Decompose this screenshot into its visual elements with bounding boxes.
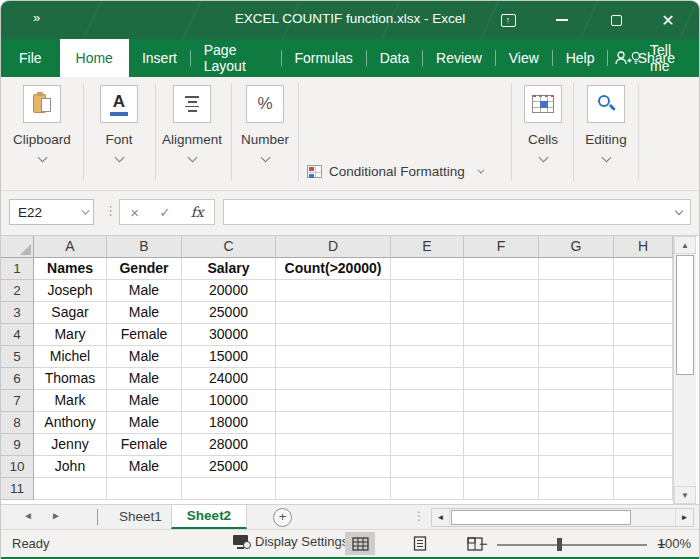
cell-H7[interactable] (614, 390, 673, 412)
cell-E8[interactable] (391, 412, 464, 434)
row-header-5[interactable]: 5 (1, 346, 34, 368)
cell-E9[interactable] (391, 434, 464, 456)
column-header-F[interactable]: F (464, 236, 539, 258)
clipboard-group-button[interactable]: Clipboard (13, 85, 71, 161)
cell-H2[interactable] (614, 280, 673, 302)
cell-D10[interactable] (276, 456, 391, 478)
editing-group-button[interactable]: Editing (580, 85, 632, 161)
scroll-up-icon[interactable]: ▲ (674, 236, 696, 254)
cell-F2[interactable] (464, 280, 539, 302)
tab-data[interactable]: Data (367, 39, 423, 77)
cell-H9[interactable] (614, 434, 673, 456)
cell-G6[interactable] (539, 368, 614, 390)
sheet-tab-sheet2[interactable]: Sheet2 (171, 505, 247, 529)
cell-E3[interactable] (391, 302, 464, 324)
cell-D4[interactable] (276, 324, 391, 346)
column-header-D[interactable]: D (276, 236, 391, 258)
cell-E11[interactable] (391, 478, 464, 500)
cell-E7[interactable] (391, 390, 464, 412)
cell-H11[interactable] (614, 478, 673, 500)
cell-F1[interactable] (464, 258, 539, 280)
close-button[interactable]: ✕ (653, 9, 683, 31)
row-header-8[interactable]: 8 (1, 412, 34, 434)
cell-A7[interactable]: Mark (34, 390, 107, 412)
tab-page-layout[interactable]: Page Layout (191, 39, 281, 77)
ribbon-display-options-button[interactable]: ↑ (493, 9, 523, 31)
zoom-slider-track[interactable] (497, 544, 647, 546)
sheet-nav-left-icon[interactable]: ◄ (23, 510, 33, 521)
row-header-7[interactable]: 7 (1, 390, 34, 412)
cell-B3[interactable]: Male (107, 302, 182, 324)
row-header-11[interactable]: 11 (1, 478, 34, 500)
sheet-tab-sheet1[interactable]: Sheet1 (105, 505, 176, 529)
name-box-dropdown-icon[interactable] (81, 206, 89, 214)
maximize-button[interactable] (601, 9, 631, 31)
cell-G10[interactable] (539, 456, 614, 478)
cell-G5[interactable] (539, 346, 614, 368)
cell-D3[interactable] (276, 302, 391, 324)
row-header-9[interactable]: 9 (1, 434, 34, 456)
cell-B6[interactable]: Male (107, 368, 182, 390)
cell-D9[interactable] (276, 434, 391, 456)
cell-F4[interactable] (464, 324, 539, 346)
cell-H6[interactable] (614, 368, 673, 390)
select-all-button[interactable] (1, 236, 34, 258)
tab-home[interactable]: Home (60, 39, 129, 77)
row-header-6[interactable]: 6 (1, 368, 34, 390)
column-header-B[interactable]: B (107, 236, 182, 258)
cell-A5[interactable]: Michel (34, 346, 107, 368)
page-layout-view-button[interactable] (405, 532, 435, 555)
cell-B1[interactable]: Gender (107, 258, 182, 280)
scroll-left-icon[interactable]: ◄ (432, 509, 450, 526)
display-settings-button[interactable]: Display Settings (233, 534, 348, 549)
cell-H3[interactable] (614, 302, 673, 324)
cell-B4[interactable]: Female (107, 324, 182, 346)
tab-insert[interactable]: Insert (129, 39, 190, 77)
cell-H1[interactable] (614, 258, 673, 280)
column-header-C[interactable]: C (182, 236, 276, 258)
formula-input[interactable] (223, 199, 691, 225)
cell-A6[interactable]: Thomas (34, 368, 107, 390)
cell-D11[interactable] (276, 478, 391, 500)
column-header-H[interactable]: H (614, 236, 673, 258)
cell-A10[interactable]: John (34, 456, 107, 478)
cell-A9[interactable]: Jenny (34, 434, 107, 456)
cell-C7[interactable]: 10000 (182, 390, 276, 412)
vertical-scroll-thumb[interactable] (676, 255, 694, 375)
scroll-right-icon[interactable]: ► (675, 509, 693, 526)
cell-E5[interactable] (391, 346, 464, 368)
cell-B7[interactable]: Male (107, 390, 182, 412)
cell-F10[interactable] (464, 456, 539, 478)
cell-B5[interactable]: Male (107, 346, 182, 368)
cancel-formula-icon[interactable]: × (130, 204, 139, 221)
cell-A8[interactable]: Anthony (34, 412, 107, 434)
row-header-4[interactable]: 4 (1, 324, 34, 346)
name-box[interactable]: E22 (9, 199, 94, 225)
cell-C2[interactable]: 20000 (182, 280, 276, 302)
cell-C9[interactable]: 28000 (182, 434, 276, 456)
cell-D7[interactable] (276, 390, 391, 412)
number-group-button[interactable]: % Number (232, 85, 298, 161)
insert-function-icon[interactable]: fx (191, 204, 204, 220)
horizontal-scrollbar[interactable]: ◄ ► (431, 508, 694, 527)
cells-group-button[interactable]: Cells (518, 85, 568, 161)
cell-A3[interactable]: Sagar (34, 302, 107, 324)
cell-G1[interactable] (539, 258, 614, 280)
tab-file[interactable]: File (1, 39, 60, 77)
cell-G11[interactable] (539, 478, 614, 500)
zoom-out-button[interactable]: − (479, 535, 488, 552)
cell-B8[interactable]: Male (107, 412, 182, 434)
cell-G3[interactable] (539, 302, 614, 324)
cell-E1[interactable] (391, 258, 464, 280)
minimize-button[interactable] (547, 9, 577, 31)
cell-F6[interactable] (464, 368, 539, 390)
cell-D8[interactable] (276, 412, 391, 434)
vertical-scrollbar[interactable]: ▲ ▼ (673, 236, 696, 504)
cell-G9[interactable] (539, 434, 614, 456)
cell-F7[interactable] (464, 390, 539, 412)
cell-G7[interactable] (539, 390, 614, 412)
cell-D5[interactable] (276, 346, 391, 368)
zoom-level[interactable]: 100% (658, 536, 691, 551)
cell-A4[interactable]: Mary (34, 324, 107, 346)
expand-formula-bar-icon[interactable] (675, 207, 683, 215)
